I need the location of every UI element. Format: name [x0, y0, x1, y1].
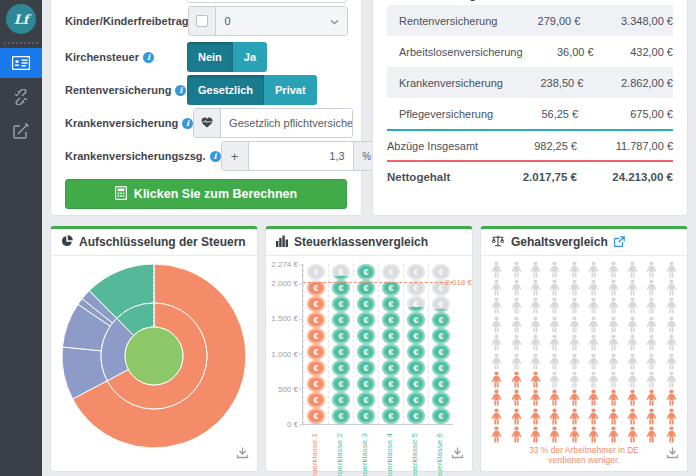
- download-icon[interactable]: [666, 445, 679, 463]
- euro-coin-icon: €: [407, 392, 425, 408]
- euro-coin-icon: €: [307, 408, 325, 424]
- coin-column[interactable]: €€€€€€€€€€: [303, 264, 328, 424]
- y-axis-tick: 2.274 €: [271, 260, 303, 269]
- sidebar-item-calculator[interactable]: [0, 48, 42, 78]
- coin-stack-chart[interactable]: 2.274 €2.000 €1.500 €1.000 €500 €0 €€€€€…: [266, 256, 472, 469]
- pictogram-grid[interactable]: [481, 256, 687, 444]
- coin-column[interactable]: €€€€€€€€€€: [428, 264, 453, 424]
- y-axis-tick: 0 €: [287, 420, 303, 429]
- person-icon: [662, 407, 681, 425]
- person-icon: [545, 278, 564, 296]
- person-icon: [623, 370, 642, 388]
- euro-coin-icon: €: [357, 312, 375, 328]
- tax-breakdown-title: Aufschlüsselung der Steuern: [79, 235, 246, 249]
- form-row-krankenversicherung: Krankenversicherungi Gesetzlich pflichtv…: [65, 108, 347, 138]
- euro-coin-icon: €: [432, 392, 450, 408]
- rentenversicherung-label: Rentenversicherungi: [65, 84, 187, 96]
- person-icon: [526, 352, 545, 370]
- info-icon[interactable]: i: [210, 151, 221, 162]
- person-icon: [623, 426, 642, 444]
- euro-coin-icon: €: [357, 344, 375, 360]
- person-icon: [662, 278, 681, 296]
- external-link-icon[interactable]: [614, 233, 625, 251]
- net-salary-row: Nettogehalt 2.017,75 € 24.213,00 €: [387, 160, 673, 191]
- coin-column[interactable]: €€€€€€€€€€: [378, 264, 403, 424]
- app-logo[interactable]: Lf: [6, 4, 36, 34]
- tax-class-title: Steuerklassenvergleich: [294, 235, 428, 249]
- rv-gesetzlich-button[interactable]: Gesetzlich: [187, 75, 264, 105]
- form-row-kvzsg: Krankenversicherungszsg.i + 1,3 %: [65, 141, 347, 171]
- person-icon: [565, 389, 584, 407]
- coin-column[interactable]: €€€€€€€€€€: [328, 264, 353, 424]
- sidebar-item-links[interactable]: [0, 82, 42, 112]
- top-row: Kinder/Kinderfreibetrag 0 Kirchensteueri: [50, 0, 688, 216]
- kirchensteuer-ja-button[interactable]: Ja: [233, 42, 267, 72]
- euro-coin-icon: €: [307, 328, 325, 344]
- euro-coin-icon: €: [382, 344, 400, 360]
- person-icon: [545, 297, 564, 315]
- kirchensteuer-nein-button[interactable]: Nein: [187, 42, 233, 72]
- euro-coin-icon: €: [307, 264, 325, 280]
- person-icon: [506, 297, 525, 315]
- euro-coin-icon: €: [407, 360, 425, 376]
- person-icon: [603, 260, 622, 278]
- kinder-checkbox[interactable]: [196, 15, 208, 27]
- person-icon: [623, 407, 642, 425]
- euro-coin-icon: €: [382, 376, 400, 392]
- coin-column[interactable]: €€€€€€€€€€: [353, 264, 378, 424]
- form-row-cutoff: [65, 0, 347, 3]
- person-icon: [526, 426, 545, 444]
- download-icon[interactable]: [236, 445, 249, 463]
- euro-coin-icon: €: [357, 328, 375, 344]
- rv-privat-button[interactable]: Privat: [264, 75, 317, 105]
- person-icon: [506, 426, 525, 444]
- kinder-select[interactable]: 0: [188, 6, 348, 36]
- info-icon[interactable]: i: [182, 118, 193, 129]
- euro-coin-icon: €: [332, 264, 350, 280]
- person-icon: [565, 352, 584, 370]
- berechnen-button[interactable]: Klicken Sie zum Berechnen: [65, 179, 347, 209]
- table-row: Rentenversicherung279,00 €3.348,00 €: [387, 5, 673, 36]
- person-icon: [545, 334, 564, 352]
- chevron-down-icon: [330, 15, 339, 27]
- info-icon[interactable]: i: [175, 85, 186, 96]
- person-icon: [603, 407, 622, 425]
- download-icon[interactable]: [451, 445, 464, 463]
- euro-coin-icon: €: [432, 344, 450, 360]
- person-icon: [565, 278, 584, 296]
- kvzsg-label: Krankenversicherungszsg.i: [65, 150, 221, 162]
- person-icon: [623, 297, 642, 315]
- form-row-kinder: Kinder/Kinderfreibetrag 0: [65, 6, 347, 36]
- euro-coin-icon: €: [357, 392, 375, 408]
- person-icon: [506, 315, 525, 333]
- euro-coin-icon: €: [332, 392, 350, 408]
- person-icon: [603, 278, 622, 296]
- euro-coin-icon: €: [357, 264, 375, 280]
- coin-column[interactable]: €€€€€€€€€€: [403, 264, 428, 424]
- form-row-kirchensteuer: Kirchensteueri Nein Ja: [65, 42, 347, 72]
- person-icon: [487, 278, 506, 296]
- person-icon: [584, 370, 603, 388]
- krankenversicherung-select[interactable]: Gesetzlich pflichtversichert: [193, 108, 353, 138]
- x-axis-label: Steuerklasse 4: [385, 430, 395, 476]
- sidebar-item-edit[interactable]: [0, 116, 42, 146]
- person-icon: [545, 260, 564, 278]
- total-monthly: 982,25 €: [491, 140, 577, 152]
- person-icon: [487, 370, 506, 388]
- person-icon: [526, 278, 545, 296]
- cutoff-field-input[interactable]: [187, 0, 347, 3]
- person-icon: [642, 389, 661, 407]
- person-icon: [545, 370, 564, 388]
- person-icon: [623, 278, 642, 296]
- person-icon: [662, 352, 681, 370]
- kvzsg-input[interactable]: 1,3: [249, 142, 353, 170]
- person-icon: [526, 297, 545, 315]
- bar-chart-icon: [276, 233, 288, 251]
- person-icon: [603, 426, 622, 444]
- main-content: Kinder/Kinderfreibetrag 0 Kirchensteueri: [42, 0, 696, 476]
- x-axis-label: Steuerklasse 3: [360, 430, 370, 476]
- sunburst-chart[interactable]: [60, 262, 248, 450]
- person-icon: [487, 352, 506, 370]
- info-icon[interactable]: i: [143, 52, 154, 63]
- krankenversicherung-label: Krankenversicherungi: [65, 117, 193, 129]
